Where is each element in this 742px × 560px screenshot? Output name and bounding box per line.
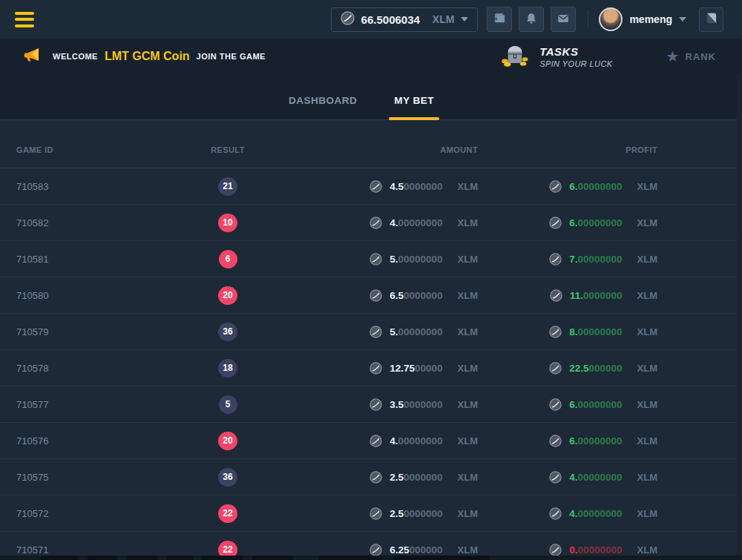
- star-icon: ★: [666, 49, 680, 64]
- balance-currency: XLM: [433, 13, 455, 25]
- profit-trailing-zeros: 00000000: [577, 254, 622, 265]
- xlm-coin-icon: [370, 471, 382, 484]
- game-id: 710580: [16, 290, 165, 301]
- amount-cell: 3.50000000 XLM: [291, 398, 478, 411]
- profit-value: 11.: [570, 290, 583, 301]
- profit-currency: XLM: [637, 399, 657, 410]
- profit-currency: XLM: [637, 254, 657, 265]
- amount-trailing-zeros: 0000000: [404, 290, 443, 301]
- profit-cell: 11.0000000 XLM: [478, 289, 657, 302]
- amount-cell: 5.00000000 XLM: [291, 326, 478, 338]
- table-row: 710579 36 5.00000000 XLM 8.00000000 XLM: [0, 314, 742, 350]
- xlm-coin-icon: [549, 326, 562, 338]
- tab-dashboard[interactable]: DASHBOARD: [286, 95, 360, 119]
- amount-currency: XLM: [458, 290, 478, 301]
- amount-value: 12.75: [390, 363, 415, 374]
- notifications-button[interactable]: [519, 7, 544, 32]
- tab-bar: DASHBOARD MY BET: [0, 74, 742, 120]
- tasks-subtitle: SPIN YOUR LUCK: [539, 59, 612, 68]
- welcome-label: WELCOME: [53, 52, 98, 61]
- xlm-coin-icon: [549, 471, 562, 484]
- amount-value: 4.5: [390, 181, 404, 192]
- game-id: 710577: [16, 399, 165, 410]
- bell-icon: [525, 12, 538, 27]
- divider: [588, 10, 588, 29]
- game-id: 710581: [16, 254, 165, 265]
- profit-value: 4.: [569, 508, 577, 519]
- xlm-coin-icon: [370, 435, 382, 447]
- amount-trailing-zeros: 0000000: [404, 399, 443, 410]
- amount-currency: XLM: [458, 399, 478, 410]
- header-amount: AMOUNT: [291, 145, 478, 168]
- amount-trailing-zeros: 000000: [409, 544, 442, 556]
- result-badge: 21: [218, 177, 237, 196]
- profit-currency: XLM: [637, 326, 657, 337]
- game-id: 710582: [16, 217, 165, 228]
- result-badge: 20: [218, 286, 237, 305]
- amount-currency: XLM: [458, 508, 478, 519]
- profit-cell: 22.5000000 XLM: [478, 362, 657, 375]
- megaphone-icon: [22, 45, 42, 67]
- header-game-id: GAME ID: [16, 145, 165, 168]
- menu-button[interactable]: [15, 12, 34, 27]
- table-row: 710581 6 5.00000000 XLM 7.00000000 XLM: [0, 241, 742, 277]
- join-label: JOIN THE GAME: [197, 52, 266, 61]
- amount-currency: XLM: [458, 544, 478, 556]
- user-menu[interactable]: memeng: [599, 7, 686, 31]
- top-bar-right: 66.5006034 XLM memeng: [331, 7, 723, 32]
- profit-currency: XLM: [637, 363, 657, 374]
- xlm-coin-icon: [549, 507, 562, 520]
- amount-currency: XLM: [458, 363, 478, 374]
- messages-button[interactable]: [551, 7, 576, 32]
- amount-value: 5.: [390, 326, 398, 337]
- profit-cell: 7.00000000 XLM: [478, 253, 657, 266]
- game-id: 710571: [16, 544, 165, 556]
- wallet-button[interactable]: [487, 7, 512, 32]
- scrollbar-track[interactable]: [737, 74, 742, 560]
- profit-value: 6.: [569, 181, 577, 192]
- hamburger-icon: [15, 12, 34, 15]
- profit-currency: XLM: [637, 472, 657, 483]
- amount-cell: 4.50000000 XLM: [291, 180, 478, 193]
- table-row: 710575 36 2.50000000 XLM 4.00000000 XLM: [0, 459, 742, 495]
- amount-currency: XLM: [458, 435, 478, 447]
- result-badge: 10: [218, 214, 237, 232]
- game-id: 710578: [16, 363, 165, 374]
- profit-value: 8.: [569, 326, 577, 337]
- amount-trailing-zeros: 00000: [415, 363, 443, 374]
- chat-bubble-icon: [704, 11, 718, 27]
- amount-currency: XLM: [458, 326, 478, 337]
- tab-my-bet[interactable]: MY BET: [391, 95, 437, 119]
- rank-shortcut[interactable]: ★ RANK: [666, 49, 717, 64]
- amount-trailing-zeros: 0000000: [404, 472, 443, 483]
- xlm-coin-icon: [549, 544, 562, 556]
- profit-currency: XLM: [637, 217, 657, 228]
- amount-currency: XLM: [458, 181, 478, 192]
- xlm-coin-icon: [549, 362, 562, 375]
- game-id: 710575: [16, 472, 165, 483]
- result-badge: 18: [218, 359, 237, 378]
- amount-cell: 6.25000000 XLM: [291, 544, 478, 556]
- tasks-title: TASKS: [539, 45, 612, 58]
- profit-value: 6.: [569, 399, 577, 410]
- xlm-coin-icon: [549, 217, 562, 229]
- amount-currency: XLM: [458, 254, 478, 265]
- chat-toggle-button[interactable]: [699, 7, 723, 32]
- amount-trailing-zeros: 00000000: [398, 217, 442, 228]
- profit-currency: XLM: [637, 290, 657, 301]
- wallet-icon: [493, 11, 507, 27]
- table-row: 710580 20 6.50000000 XLM 11.0000000 XLM: [0, 277, 742, 314]
- header-profit: PROFIT: [478, 145, 657, 168]
- xlm-coin-icon: [370, 507, 382, 520]
- balance-amount: 66.5006034: [361, 13, 420, 26]
- profit-value: 22.5: [569, 363, 588, 374]
- amount-currency: XLM: [458, 217, 478, 228]
- tasks-shortcut[interactable]: TASKS SPIN YOUR LUCK: [499, 42, 612, 70]
- avatar: [599, 7, 623, 31]
- result-badge: 20: [218, 432, 237, 450]
- game-id: 710576: [16, 435, 165, 447]
- xlm-coin-icon: [549, 253, 562, 266]
- balance-selector[interactable]: 66.5006034 XLM: [331, 7, 479, 32]
- profit-cell: 0.00000000 XLM: [478, 544, 657, 556]
- amount-value: 5.: [390, 254, 398, 265]
